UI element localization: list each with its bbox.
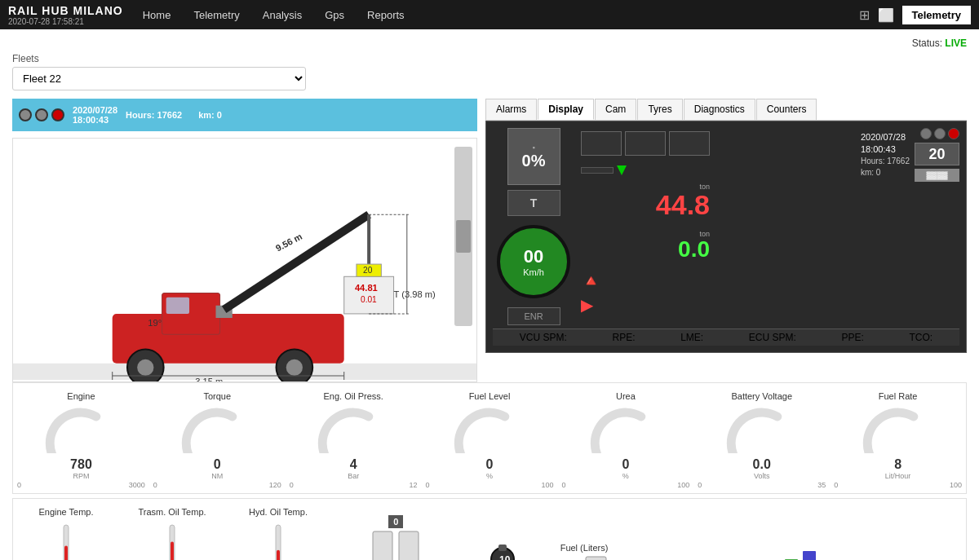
svg-text:T (3.98 m): T (3.98 m) <box>394 289 436 299</box>
gauge-label-5: Battery Voltage <box>731 391 792 401</box>
arrow-right-icon: ▶ <box>581 295 710 315</box>
gauge-range-3: 0100 <box>426 481 554 489</box>
svg-rect-27 <box>64 545 68 560</box>
svg-rect-33 <box>277 549 280 560</box>
gauge-range-1: 0120 <box>153 481 281 489</box>
export-icon[interactable]: ⬜ <box>878 7 894 23</box>
tabs: Alarms Display Cam Tyres Diagnostics Cou… <box>485 99 967 121</box>
svg-text:0.01: 0.01 <box>361 295 377 304</box>
fuel-liters-section: Fuel (Liters) 0.77 <box>543 543 625 561</box>
tab-diagnostics[interactable]: Diagnostics <box>684 99 755 120</box>
gauge-val-0: 780 <box>70 457 92 472</box>
header-icons: ⊞ ⬜ <box>859 7 894 23</box>
thermo-label-2: Hyd. Oil Temp. <box>249 507 308 517</box>
status-rpe: RPE: <box>612 332 635 343</box>
gauge-label-3: Fuel Level <box>469 391 511 401</box>
svg-text:19°: 19° <box>148 318 162 328</box>
tab-alarms[interactable]: Alarms <box>485 99 537 120</box>
nav-reports[interactable]: Reports <box>364 9 408 21</box>
logo-title: RAIL HUB MILANO <box>8 4 123 17</box>
main-nav: Home Telemetry Analysis Gps Reports <box>140 9 859 21</box>
arrow-up-icon: 🔺 <box>581 271 710 290</box>
nav-telemetry[interactable]: Telemetry <box>190 9 242 21</box>
gauge-range-6: 0100 <box>834 481 962 489</box>
tab-counters[interactable]: Counters <box>756 99 817 120</box>
fuel-pct: 0% <box>522 152 546 170</box>
logo-date: 2020-07-28 17:58:21 <box>8 17 123 26</box>
nav-gps[interactable]: Gps <box>321 9 348 21</box>
gauge-range-2: 012 <box>290 481 418 489</box>
enr-button[interactable]: ENR <box>507 307 560 325</box>
status-tco: TCO: <box>909 332 932 343</box>
telemetry-button[interactable]: Telemetry <box>902 6 971 24</box>
tab-tyres[interactable]: Tyres <box>637 99 682 120</box>
status-live: LIVE <box>945 37 967 49</box>
gauge-unit-0: RPM <box>73 472 89 480</box>
left-panel: 2020/07/28 18:00:43 Hours: 17662 km: 0 <box>12 99 477 382</box>
gauge-unit-4: % <box>622 472 629 480</box>
tab-display[interactable]: Display <box>538 99 594 120</box>
gauge-engine: Engine 780 RPM 03000 <box>13 391 149 489</box>
nav-analysis[interactable]: Analysis <box>259 9 305 21</box>
tab-cam[interactable]: Cam <box>595 99 636 120</box>
gauge-torque: Torque 0 NM 0120 <box>149 391 286 489</box>
dot-1 <box>19 108 32 121</box>
tele-status-bar: VCU SPM: RPE: LME: ECU SPM: PPE: TCO: <box>493 329 959 346</box>
gauges-row-2: Engine Temp. 82°C Trasm. Oil Temp. 89°C … <box>12 498 967 561</box>
gauge-range-4: 0100 <box>561 481 689 489</box>
dark-btn-1[interactable] <box>581 131 622 156</box>
crane-diagram: 9.56 m 44.81 0.01 20 19° T (3.98 m) <box>12 138 477 382</box>
thermo-label-1: Trasm. Oil Temp. <box>138 507 206 517</box>
gauge-battery-voltage: Battery Voltage 0.0 Volts 035 <box>693 391 830 489</box>
speed-unit: Km/h <box>523 267 544 277</box>
dark-btn-3[interactable] <box>669 131 710 156</box>
svg-rect-42 <box>586 557 606 561</box>
status-ppe: PPE: <box>841 332 863 343</box>
svg-text:10: 10 <box>499 554 511 561</box>
gauge-label-1: Torque <box>203 391 231 401</box>
gauge-unit-1: NM <box>211 472 223 480</box>
svg-text:20: 20 <box>363 266 373 275</box>
fleet-section: Fleets Fleet 22Fleet 1Fleet 5Fleet 10 <box>12 53 967 90</box>
swl-section: 10 SWL 0% <box>462 543 543 561</box>
main-grid: 2020/07/28 18:00:43 Hours: 17662 km: 0 <box>12 99 967 382</box>
thermo-0: Engine Temp. 82°C <box>13 507 119 561</box>
gauge-fuel-rate: Fuel Rate 8 Lit/Hour 0100 <box>830 391 966 489</box>
nav-home[interactable]: Home <box>140 9 175 21</box>
gauge-fuel-level: Fuel Level 0 % 0100 <box>422 391 558 489</box>
gauge-val-6: 8 <box>894 457 901 472</box>
grid-icon[interactable]: ⊞ <box>859 7 870 23</box>
svg-rect-35 <box>373 531 392 561</box>
status-vcu: VCU SPM: <box>520 332 567 343</box>
timeline-datetime: 2020/07/28 18:00:43 <box>73 105 117 125</box>
timeline-info: Hours: 17662 km: 0 <box>126 110 222 120</box>
svg-rect-37 <box>399 531 419 561</box>
fleet-select[interactable]: Fleet 22Fleet 1Fleet 5Fleet 10 <box>12 67 306 90</box>
crane-slider[interactable] <box>454 147 472 326</box>
thermo-2: Hyd. Oil Temp. 70°C <box>225 507 331 561</box>
right-panel: Alarms Display Cam Tyres Diagnostics Cou… <box>485 99 967 382</box>
thermo-1: Trasm. Oil Temp. 89°C <box>119 507 225 561</box>
t-button[interactable]: T <box>507 190 560 216</box>
svg-point-5 <box>286 359 303 376</box>
thermo-label-0: Engine Temp. <box>38 507 93 517</box>
light-3 <box>948 128 959 139</box>
svg-rect-30 <box>171 541 174 560</box>
gauge-unit-6: Lit/Hour <box>885 472 911 480</box>
svg-text:9.56 m: 9.56 m <box>274 231 303 254</box>
gauge-range-0: 03000 <box>17 481 145 489</box>
light-1 <box>920 128 932 139</box>
gauge-val-3: 0 <box>486 457 494 472</box>
timeline-bar: 2020/07/28 18:00:43 Hours: 17662 km: 0 <box>12 99 477 131</box>
app-header: RAIL HUB MILANO 2020-07-28 17:58:21 Home… <box>0 0 979 29</box>
gauge-val-1: 0 <box>214 457 221 472</box>
status-lme: LME: <box>680 332 703 343</box>
dark-btn-2[interactable] <box>625 131 666 156</box>
cyl-center-val: 0 <box>388 515 403 528</box>
battery-indicator: ▓▓▓▓ <box>915 169 959 182</box>
speed-gauge: 00 Km/h <box>497 225 570 298</box>
status-label: Status: <box>912 37 942 49</box>
fleet-label: Fleets <box>12 53 967 64</box>
gauge-label-2: Eng. Oil Press. <box>323 391 383 401</box>
gauge-range-5: 035 <box>698 481 826 489</box>
